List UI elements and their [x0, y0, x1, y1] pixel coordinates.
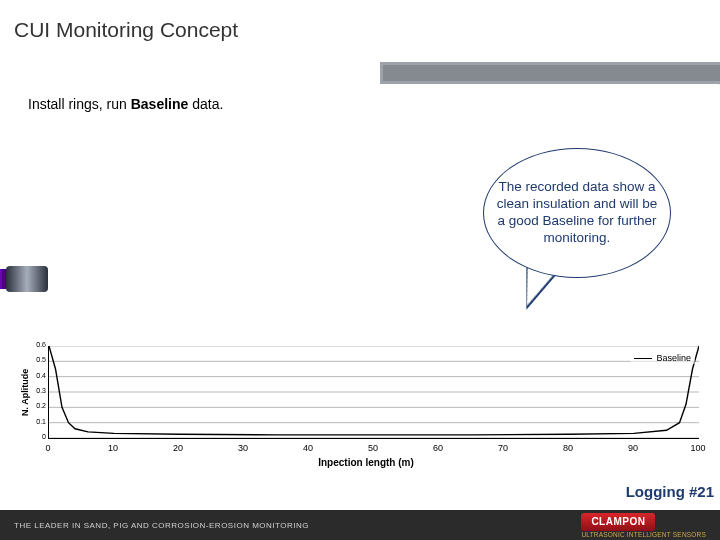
chart-xtick: 10 — [108, 443, 118, 453]
chart-xtick: 30 — [238, 443, 248, 453]
chart-xtick: 20 — [173, 443, 183, 453]
footer-bar: THE LEADER IN SAND, PIG AND CORROSION-ER… — [0, 510, 720, 540]
brand-logo: CLAMPON — [581, 513, 655, 531]
instruction-suffix: data. — [188, 96, 223, 112]
chart-ytick: 0.1 — [34, 418, 46, 425]
chart-xtick: 60 — [433, 443, 443, 453]
chart-xtick: 50 — [368, 443, 378, 453]
chart-ylabel: N. Aplitude — [20, 344, 34, 440]
sensor-icon — [6, 266, 48, 292]
chart-ytick: 0.3 — [34, 387, 46, 394]
chart-xtick: 40 — [303, 443, 313, 453]
instruction-prefix: Install rings, run — [28, 96, 131, 112]
logging-label: Logging #21 — [626, 483, 714, 500]
chart-legend: Baseline — [630, 352, 695, 364]
callout-text: The recorded data show a clean insulatio… — [494, 179, 660, 247]
chart-ytick: 0.5 — [34, 356, 46, 363]
chart-xtick: 80 — [563, 443, 573, 453]
chart-ytick: 0.2 — [34, 402, 46, 409]
baseline-chart: N. Aplitude 00.10.20.30.40.50.6 Baseline… — [26, 344, 706, 478]
callout-bubble: The recorded data show a clean insulatio… — [483, 148, 671, 278]
chart-ytick: 0.6 — [34, 341, 46, 348]
chart-xlabel: Inpection length (m) — [26, 457, 706, 468]
chart-xtick: 100 — [690, 443, 705, 453]
page-title: CUI Monitoring Concept — [14, 18, 238, 42]
chart-xtick: 90 — [628, 443, 638, 453]
chart-xtick: 70 — [498, 443, 508, 453]
chart-ytick: 0.4 — [34, 372, 46, 379]
brand-subtitle: ULTRASONIC INTELLIGENT SENSORS — [581, 531, 706, 538]
legend-swatch — [634, 358, 652, 359]
chart-ytick: 0 — [34, 433, 46, 440]
brand-block: CLAMPON ULTRASONIC INTELLIGENT SENSORS — [581, 513, 706, 538]
legend-label: Baseline — [656, 353, 691, 363]
instruction-text: Install rings, run Baseline data. — [28, 96, 223, 112]
instruction-bold: Baseline — [131, 96, 189, 112]
chart-xtick: 0 — [45, 443, 50, 453]
chart-series-baseline — [49, 346, 699, 435]
footer-tagline: THE LEADER IN SAND, PIG AND CORROSION-ER… — [14, 521, 309, 530]
chart-plot-area: Baseline — [48, 346, 699, 439]
